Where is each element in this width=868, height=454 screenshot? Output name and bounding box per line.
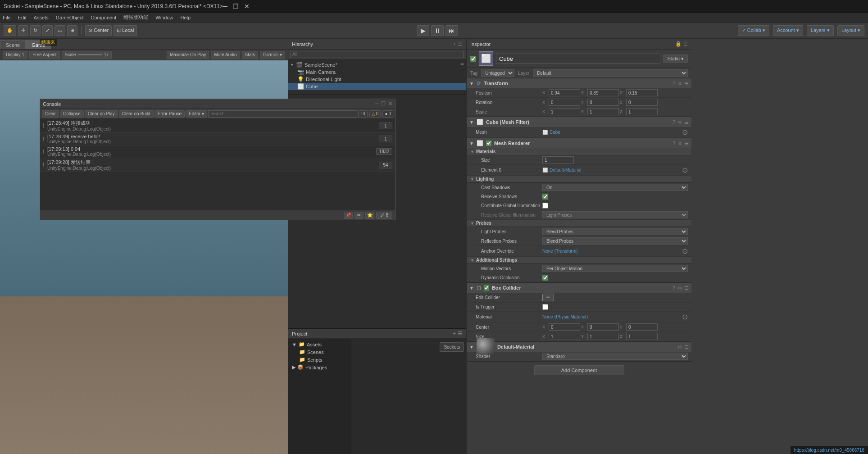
- tool-rect[interactable]: ▭: [55, 25, 65, 36]
- menu-enhanced[interactable]: 增强版功能: [123, 14, 148, 21]
- pos-x-input[interactable]: [549, 89, 580, 96]
- menu-window[interactable]: Window: [155, 15, 173, 20]
- project-icon1[interactable]: +: [453, 331, 456, 336]
- menu-help[interactable]: Help: [180, 15, 191, 20]
- console-nav-3[interactable]: ⭐: [365, 212, 374, 219]
- materials-section-header[interactable]: ▼ Materials: [467, 148, 691, 155]
- play-button[interactable]: ▶: [417, 25, 429, 36]
- menu-edit[interactable]: Edit: [18, 15, 27, 20]
- meshrenderer-enabled[interactable]: [486, 141, 491, 146]
- console-nav-4[interactable]: 🖊 8: [376, 212, 392, 219]
- console-entry-1[interactable]: ! [17:28:49] receive:hello! UnityEngine.…: [40, 133, 395, 145]
- box-collider-header[interactable]: ▼ ◻ Box Collider ? ⚙ ☰: [467, 283, 691, 293]
- console-nav-1[interactable]: 📌: [344, 212, 353, 219]
- status-url[interactable]: https://blog.csdn.net/m0_45866718: [794, 448, 864, 453]
- project-packages[interactable]: ▶ 📦 Packages: [288, 363, 351, 371]
- additional-settings-header[interactable]: ▼ Additional Settings: [467, 257, 691, 264]
- badge-error[interactable]: ! 4: [358, 110, 367, 118]
- size-z-input[interactable]: [626, 333, 658, 340]
- elem0-dot[interactable]: ⊙: [682, 166, 688, 174]
- console-entry-0[interactable]: ! [17:28:49] 连接成功！ UnityEngine.Debug:Log…: [40, 119, 395, 133]
- center-z-input[interactable]: [626, 323, 658, 331]
- boxcollider-menu[interactable]: ☰: [685, 286, 689, 291]
- aspect-select[interactable]: Free Aspect: [29, 51, 59, 59]
- hierarchy-menu[interactable]: ☰: [458, 41, 462, 47]
- badge-log[interactable]: ● 0: [382, 110, 393, 118]
- console-entry-2[interactable]: ! [17:29:13] 0.94 UnityEngine.Debug:Log(…: [40, 145, 395, 158]
- rot-z-input[interactable]: [626, 99, 658, 106]
- menu-component[interactable]: Component: [91, 15, 116, 20]
- contribute-gi-checkbox[interactable]: [542, 203, 548, 209]
- material-menu[interactable]: ☰: [685, 345, 689, 350]
- size-y-input[interactable]: [587, 333, 619, 340]
- rot-x-input[interactable]: [549, 99, 580, 106]
- mesh-ref-dot[interactable]: ⊙: [682, 128, 688, 136]
- tool-scale[interactable]: ⤢: [42, 25, 53, 36]
- console-clear-on-play[interactable]: Clear on Play: [85, 110, 118, 118]
- receive-shadows-checkbox[interactable]: [542, 194, 548, 200]
- layers-button[interactable]: Layers ▾: [807, 25, 834, 36]
- project-scenes[interactable]: 📁 Scenes: [288, 348, 351, 356]
- account-button[interactable]: Account ▾: [773, 25, 803, 36]
- scale-control[interactable]: Scale ━━━━━━━━━ 1x: [62, 51, 112, 59]
- receive-gi-select[interactable]: Light Probes: [542, 211, 688, 218]
- probes-section-header[interactable]: ▼ Probes: [467, 220, 691, 227]
- cast-shadows-select[interactable]: OnOffTwo Sided: [542, 184, 688, 191]
- tag-select[interactable]: Untagged: [481, 69, 514, 77]
- console-error-pause[interactable]: Error Pause: [155, 110, 185, 118]
- minimize-btn[interactable]: ─: [223, 3, 227, 10]
- obj-name-input[interactable]: Cube: [496, 54, 660, 64]
- stats-btn[interactable]: Stats: [242, 51, 259, 59]
- meshfilter-settings[interactable]: ⚙: [678, 120, 682, 125]
- material-header[interactable]: ▼ Default-Material ⚙ ☰: [467, 342, 691, 352]
- meshrenderer-help[interactable]: ?: [673, 141, 675, 146]
- transform-header[interactable]: ▼ ⟳ Transform ? ⚙ ☰: [467, 78, 691, 88]
- transform-menu[interactable]: ☰: [685, 81, 689, 86]
- console-clear[interactable]: Clear: [42, 110, 59, 118]
- tree-cube[interactable]: ⬜ Cube: [288, 83, 466, 90]
- size-x-input[interactable]: [549, 333, 580, 340]
- boxcollider-settings[interactable]: ⚙: [678, 286, 682, 291]
- menu-file[interactable]: File: [3, 15, 11, 20]
- motion-vectors-select[interactable]: Per Object Motion: [542, 265, 688, 272]
- tree-scene[interactable]: ▼ 🎬 SampleScene* ☰: [288, 61, 466, 68]
- tab-scene[interactable]: Scene: [0, 40, 26, 49]
- meshfilter-menu[interactable]: ☰: [685, 120, 689, 125]
- lighting-section-header[interactable]: ▼ Lighting: [467, 176, 691, 183]
- tree-main-camera[interactable]: 📷 Main Camera: [288, 68, 466, 76]
- pos-z-input[interactable]: [626, 89, 658, 96]
- mesh-renderer-header[interactable]: ▼ ⬜ Mesh Renderer ? ⚙ ☰: [467, 138, 691, 148]
- collab-button[interactable]: ✓ Collab ▾: [738, 25, 769, 36]
- obj-enabled-checkbox[interactable]: [470, 56, 476, 62]
- hierarchy-search[interactable]: [290, 51, 464, 58]
- display-select[interactable]: Display 1: [3, 51, 27, 59]
- badge-warning[interactable]: △ 0: [369, 110, 381, 118]
- project-assets[interactable]: ▼ 📁 Assets: [288, 340, 351, 348]
- project-icon2[interactable]: ☰: [458, 331, 462, 336]
- scale-x-input[interactable]: [549, 108, 580, 115]
- meshrenderer-menu[interactable]: ☰: [685, 141, 689, 146]
- menu-assets[interactable]: Assets: [34, 15, 49, 20]
- rot-y-input[interactable]: [587, 99, 619, 106]
- mesh-filter-header[interactable]: ▼ ⬜ Cube (Mesh Filter) ? ⚙ ☰: [467, 117, 691, 127]
- project-scripts[interactable]: 📁 Scripts: [288, 356, 351, 363]
- transform-help[interactable]: ?: [673, 81, 675, 86]
- pause-button[interactable]: ⏸: [431, 25, 444, 36]
- add-component-button[interactable]: Add Component: [534, 365, 624, 375]
- console-min[interactable]: ─: [375, 101, 378, 107]
- transform-settings[interactable]: ⚙: [678, 81, 682, 86]
- restore-btn[interactable]: ❐: [233, 3, 239, 10]
- center-y-input[interactable]: [587, 323, 619, 331]
- hierarchy-plus[interactable]: +: [453, 41, 456, 47]
- materials-size-input[interactable]: [542, 156, 574, 163]
- tool-hand[interactable]: ✋: [4, 25, 16, 36]
- light-probes-select[interactable]: Blend Probes: [542, 228, 688, 235]
- console-editor[interactable]: Editor ▾: [186, 110, 207, 118]
- boxcollider-enabled[interactable]: [484, 285, 489, 291]
- tool-rotate[interactable]: ↻: [30, 25, 41, 36]
- tool-move[interactable]: ✛: [18, 25, 28, 36]
- center-x-input[interactable]: [549, 323, 580, 331]
- inspector-menu[interactable]: ☰: [683, 41, 688, 47]
- is-trigger-checkbox[interactable]: [542, 304, 548, 310]
- edit-collider-btn[interactable]: ✏: [542, 294, 554, 301]
